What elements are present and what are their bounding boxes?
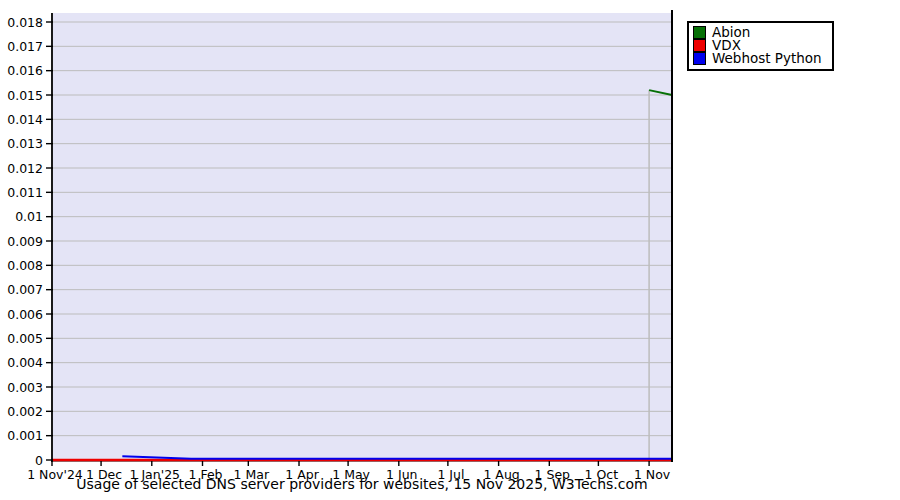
- y-tick-label: 0.005: [7, 331, 43, 346]
- y-tick-label: 0.016: [7, 63, 43, 78]
- y-tick-label: 0.01: [15, 209, 43, 224]
- page: { "title": { "text": "Usage of selected …: [0, 0, 900, 500]
- y-tick-label: 0.002: [7, 404, 43, 419]
- y-tick-label: 0.003: [7, 380, 43, 395]
- y-tick-label: 0.009: [7, 234, 43, 249]
- legend: Abion VDX Webhost Python: [687, 21, 834, 71]
- plot-area: [53, 13, 672, 460]
- y-tick-label: 0.018: [7, 15, 43, 30]
- y-tick-label: 0.017: [7, 39, 43, 54]
- y-tick-label: 0.013: [7, 136, 43, 151]
- y-tick-label: 0.015: [7, 88, 43, 103]
- chart-title: Usage of selected DNS server providers f…: [52, 476, 672, 492]
- dns-usage-line-chart: 00.0010.0020.0030.0040.0050.0060.0070.00…: [0, 0, 900, 500]
- y-tick-label: 0.008: [7, 258, 43, 273]
- y-tick-label: 0.012: [7, 161, 43, 176]
- legend-swatch-vdx: [693, 39, 706, 52]
- y-tick-label: 0: [35, 453, 43, 468]
- legend-swatch-webhost-python: [693, 52, 706, 65]
- y-tick-label: 0.004: [7, 355, 43, 370]
- y-tick-label: 0.007: [7, 282, 43, 297]
- legend-swatch-abion: [693, 26, 706, 39]
- y-tick-label: 0.001: [7, 428, 43, 443]
- y-tick-label: 0.014: [7, 112, 43, 127]
- y-tick-label: 0.011: [7, 185, 43, 200]
- y-tick-label: 0.006: [7, 307, 43, 322]
- legend-item-webhost-python: Webhost Python: [693, 52, 822, 65]
- legend-label-webhost-python: Webhost Python: [712, 52, 822, 65]
